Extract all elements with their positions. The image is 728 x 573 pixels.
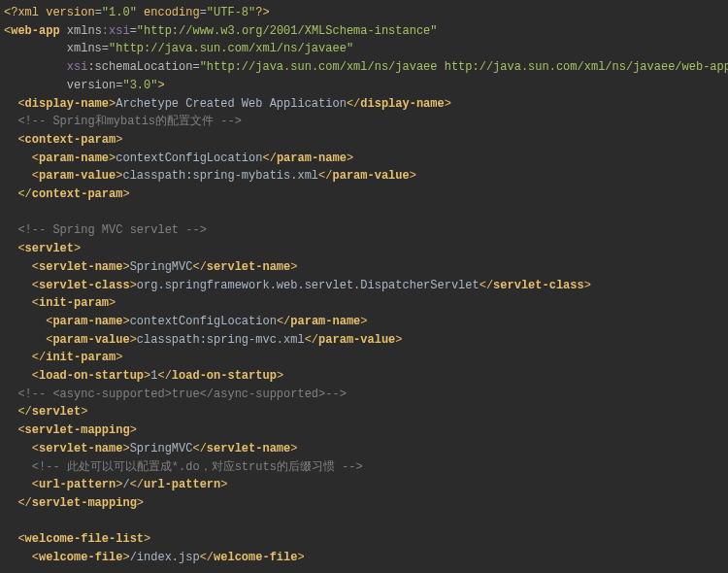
line: <!-- 此处可以可以配置成*.do，对应struts的后缀习惯 --> xyxy=(4,460,363,474)
line: <servlet> xyxy=(4,242,81,255)
line: <param-name>contextConfigLocation</param… xyxy=(4,315,368,328)
line: <welcome-file>/index.jsp</welcome-file> xyxy=(4,551,305,564)
line: </servlet-mapping> xyxy=(4,496,144,510)
line: <welcome-file-list> xyxy=(4,532,150,546)
line: <?xml version="1.0" encoding="UTF-8"?> xyxy=(4,6,270,19)
line: <!-- Spring和mybatis的配置文件 --> xyxy=(4,115,242,128)
line: </servlet> xyxy=(4,405,87,419)
line: </init-param> xyxy=(4,351,122,364)
line: <context-param> xyxy=(4,133,122,147)
line: <web-app xmlns:xsi="http://www.w3.org/20… xyxy=(4,24,438,38)
line: <param-name>contextConfigLocation</param… xyxy=(4,152,353,165)
line: xmlns="http://java.sun.com/xml/ns/javaee… xyxy=(4,42,353,55)
line: <servlet-name>SpringMVC</servlet-name> xyxy=(4,260,297,274)
line: <load-on-startup>1</load-on-startup> xyxy=(4,369,283,383)
line: <servlet-class>org.springframework.web.s… xyxy=(4,279,591,292)
line: xsi:schemaLocation="http://java.sun.com/… xyxy=(4,60,728,74)
line: <init-param> xyxy=(4,296,116,310)
line: version="3.0"> xyxy=(4,79,165,92)
line: <param-value>classpath:spring-mybatis.xm… xyxy=(4,169,416,183)
line: <url-pattern>/</url-pattern> xyxy=(4,478,227,491)
line: <servlet-name>SpringMVC</servlet-name> xyxy=(4,442,297,455)
line xyxy=(4,515,11,528)
line xyxy=(4,206,11,219)
line: <param-value>classpath:spring-mvc.xml</p… xyxy=(4,333,403,347)
line: <servlet-mapping> xyxy=(4,423,137,437)
code-editor[interactable]: <?xml version="1.0" encoding="UTF-8"?> <… xyxy=(0,0,728,567)
line: <!-- Spring MVC servlet --> xyxy=(4,223,207,237)
line: </context-param> xyxy=(4,187,130,201)
line: <!-- <async-supported>true</async-suppor… xyxy=(4,388,347,401)
line: <display-name>Archetype Created Web Appl… xyxy=(4,97,451,111)
